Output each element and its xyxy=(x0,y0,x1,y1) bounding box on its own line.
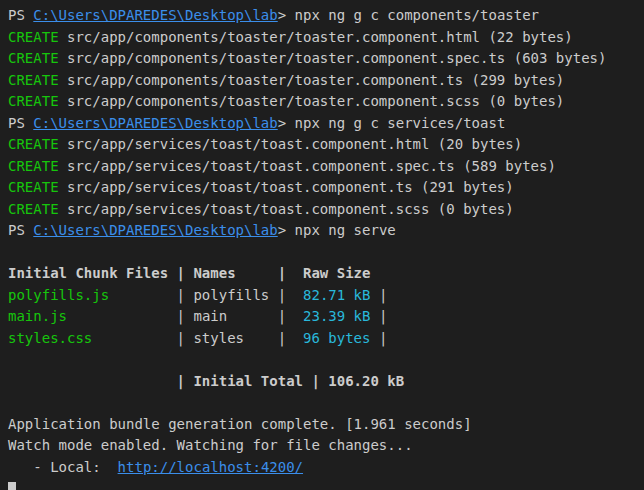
local-url-link[interactable]: http://localhost:4200/ xyxy=(118,459,303,475)
terminal-line: CREATE src/app/components/toaster/toaste… xyxy=(8,70,642,92)
create-keyword: CREATE xyxy=(8,29,59,45)
terminal-line xyxy=(8,349,642,371)
created-file: src/app/components/toaster/toaster.compo… xyxy=(59,29,573,45)
terminal-line: polyfills.js | polyfills | 82.71 kB | xyxy=(8,285,642,307)
chunk-raw-size: 96 bytes xyxy=(303,330,370,346)
terminal-line: PS C:\Users\DPAREDES\Desktop\lab> npx ng… xyxy=(8,220,642,242)
create-keyword: CREATE xyxy=(8,136,59,152)
list-dash: - xyxy=(8,459,50,475)
terminal-line: CREATE src/app/components/toaster/toaste… xyxy=(8,27,642,49)
terminal-output: PS C:\Users\DPAREDES\Desktop\lab> npx ng… xyxy=(8,5,642,490)
terminal-line: - Local: http://localhost:4200/ xyxy=(8,457,642,479)
chunk-row-separator: | xyxy=(370,308,387,324)
terminal-line xyxy=(8,242,642,264)
terminal-line: Watch mode enabled. Watching for file ch… xyxy=(8,435,642,457)
created-file: src/app/components/toaster/toaster.compo… xyxy=(59,72,565,88)
command-text: npx ng g c services/toast xyxy=(295,115,506,131)
terminal-line: | Initial Total | 106.20 kB xyxy=(8,371,642,393)
terminal-line: CREATE src/app/services/toast/toast.comp… xyxy=(8,177,642,199)
terminal-line: CREATE src/app/services/toast/toast.comp… xyxy=(8,156,642,178)
create-keyword: CREATE xyxy=(8,201,59,217)
chunk-file-name: main.js xyxy=(8,308,67,324)
chunk-table-total: | Initial Total | 106.20 kB xyxy=(8,373,404,389)
created-file: src/app/components/toaster/toaster.compo… xyxy=(59,93,565,109)
create-keyword: CREATE xyxy=(8,158,59,174)
create-keyword: CREATE xyxy=(8,72,59,88)
prompt-symbol: > xyxy=(278,222,295,238)
terminal-line: Application bundle generation complete. … xyxy=(8,414,642,436)
watch-mode-message: Watch mode enabled. Watching for file ch… xyxy=(8,437,413,453)
terminal-line: styles.css | styles | 96 bytes | xyxy=(8,328,642,350)
terminal-line: PS C:\Users\DPAREDES\Desktop\lab> npx ng… xyxy=(8,113,642,135)
prompt-prefix: PS xyxy=(8,222,33,238)
chunk-file-name: styles.css xyxy=(8,330,92,346)
terminal-cursor xyxy=(8,482,16,490)
prompt-symbol: > xyxy=(278,7,295,23)
build-complete-message: Application bundle generation complete. … xyxy=(8,416,472,432)
chunk-row-separator: | main | xyxy=(67,308,303,324)
created-file: src/app/services/toast/toast.component.h… xyxy=(59,136,523,152)
local-label: Local: xyxy=(50,459,101,475)
chunk-row-separator: | styles | xyxy=(92,330,303,346)
command-text: npx ng serve xyxy=(295,222,396,238)
chunk-file-name: polyfills.js xyxy=(8,287,109,303)
terminal-line: Initial Chunk Files | Names | Raw Size xyxy=(8,263,642,285)
prompt-path-link[interactable]: C:\Users\DPAREDES\Desktop\lab xyxy=(33,222,277,238)
terminal-line: CREATE src/app/components/toaster/toaste… xyxy=(8,48,642,70)
created-file: src/app/services/toast/toast.component.s… xyxy=(59,158,556,174)
created-file: src/app/services/toast/toast.component.s… xyxy=(59,201,514,217)
prompt-symbol: > xyxy=(278,115,295,131)
chunk-raw-size: 82.71 kB xyxy=(303,287,370,303)
terminal-line xyxy=(8,392,642,414)
terminal-line: CREATE src/app/services/toast/toast.comp… xyxy=(8,134,642,156)
terminal-line: CREATE src/app/components/toaster/toaste… xyxy=(8,91,642,113)
prompt-path-link[interactable]: C:\Users\DPAREDES\Desktop\lab xyxy=(33,115,277,131)
prompt-path-link[interactable]: C:\Users\DPAREDES\Desktop\lab xyxy=(33,7,277,23)
chunk-table-header: Initial Chunk Files | Names | Raw Size xyxy=(8,265,370,281)
create-keyword: CREATE xyxy=(8,50,59,66)
prompt-prefix: PS xyxy=(8,7,33,23)
terminal-line: main.js | main | 23.39 kB | xyxy=(8,306,642,328)
created-file: src/app/components/toaster/toaster.compo… xyxy=(59,50,607,66)
chunk-row-separator: | polyfills | xyxy=(109,287,303,303)
terminal-line: CREATE src/app/services/toast/toast.comp… xyxy=(8,199,642,221)
create-keyword: CREATE xyxy=(8,179,59,195)
terminal[interactable]: PS C:\Users\DPAREDES\Desktop\lab> npx ng… xyxy=(0,0,644,490)
chunk-raw-size: 23.39 kB xyxy=(303,308,370,324)
terminal-line: PS C:\Users\DPAREDES\Desktop\lab> npx ng… xyxy=(8,5,642,27)
spacer xyxy=(101,459,118,475)
chunk-row-separator: | xyxy=(370,330,387,346)
prompt-prefix: PS xyxy=(8,115,33,131)
terminal-cursor-line xyxy=(8,478,642,490)
chunk-row-separator: | xyxy=(370,287,387,303)
created-file: src/app/services/toast/toast.component.t… xyxy=(59,179,514,195)
command-text: npx ng g c components/toaster xyxy=(295,7,539,23)
create-keyword: CREATE xyxy=(8,93,59,109)
